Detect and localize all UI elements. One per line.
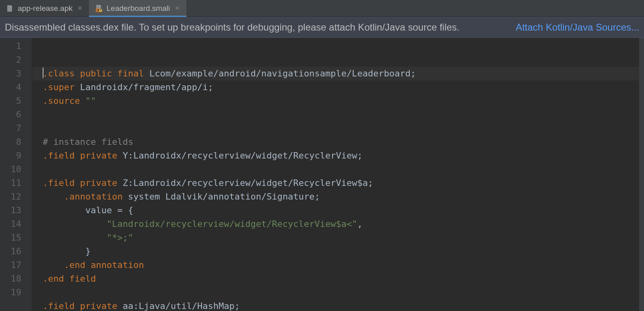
code-line[interactable]: .field private Y:Landroidx/recyclerview/… — [43, 149, 644, 163]
code-line[interactable] — [43, 108, 644, 122]
line-number: 2 — [0, 53, 32, 67]
line-number: 19 — [0, 286, 32, 299]
code-line[interactable]: value = { — [43, 204, 644, 217]
code-line[interactable] — [43, 122, 644, 135]
line-number: 4 — [0, 80, 32, 94]
code-line[interactable]: .super Landroidx/fragment/app/i; — [43, 80, 644, 94]
code-line[interactable]: .source "" — [43, 94, 644, 108]
close-icon[interactable]: × — [76, 4, 83, 12]
apk-file-icon — [6, 4, 14, 12]
svg-text:S: S — [97, 8, 99, 12]
line-number: 18 — [0, 272, 32, 286]
line-number: 8 — [0, 135, 32, 149]
tab-leaderboard-smali[interactable]: S Leaderboard.smali × — [89, 0, 186, 16]
code-line[interactable]: "*>;" — [43, 231, 644, 245]
code-line[interactable] — [43, 286, 644, 299]
line-number: 1 — [0, 39, 32, 53]
code-line[interactable]: .class public final Lcom/example/android… — [32, 67, 644, 80]
notification-banner: Disassembled classes.dex file. To set up… — [0, 17, 644, 38]
line-number: 7 — [0, 122, 32, 135]
code-line[interactable]: .annotation system Ldalvik/annotation/Si… — [43, 190, 644, 204]
line-number: 3 — [0, 67, 32, 80]
line-number: 5 — [0, 94, 32, 108]
svg-rect-3 — [100, 9, 101, 10]
code-content[interactable]: .class public final Lcom/example/android… — [32, 38, 644, 311]
tab-label: app-release.apk — [18, 4, 72, 13]
editor[interactable]: 12345678910111213141516171819 .class pub… — [0, 38, 644, 311]
code-line[interactable]: .field private Z:Landroidx/recyclerview/… — [43, 176, 644, 190]
code-line[interactable] — [43, 163, 644, 176]
code-line[interactable]: } — [43, 245, 644, 258]
line-number: 10 — [0, 163, 32, 176]
scrollbar-track[interactable] — [639, 38, 644, 311]
close-icon[interactable]: × — [174, 4, 181, 12]
line-number: 11 — [0, 176, 32, 190]
tab-bar: app-release.apk × S Leaderboard.smali × — [0, 0, 644, 17]
line-number: 15 — [0, 231, 32, 245]
code-line[interactable]: .end field — [43, 272, 644, 286]
smali-file-icon: S — [95, 4, 103, 12]
line-number: 9 — [0, 149, 32, 163]
code-line[interactable]: .field private aa:Ljava/util/HashMap; — [43, 299, 644, 311]
banner-message: Disassembled classes.dex file. To set up… — [5, 22, 460, 33]
line-number: 13 — [0, 204, 32, 217]
tab-app-release[interactable]: app-release.apk × — [0, 0, 89, 16]
attach-sources-link[interactable]: Attach Kotlin/Java Sources... — [516, 22, 639, 33]
code-line[interactable]: "Landroidx/recyclerview/widget/RecyclerV… — [43, 217, 644, 231]
tab-label: Leaderboard.smali — [107, 4, 170, 13]
code-line[interactable]: # instance fields — [43, 135, 644, 149]
line-number: 16 — [0, 245, 32, 258]
line-number: 14 — [0, 217, 32, 231]
line-number: 6 — [0, 108, 32, 122]
line-number: 17 — [0, 258, 32, 272]
code-line[interactable]: .end annotation — [43, 258, 644, 272]
line-number: 12 — [0, 190, 32, 204]
line-number-gutter: 12345678910111213141516171819 — [0, 38, 32, 311]
